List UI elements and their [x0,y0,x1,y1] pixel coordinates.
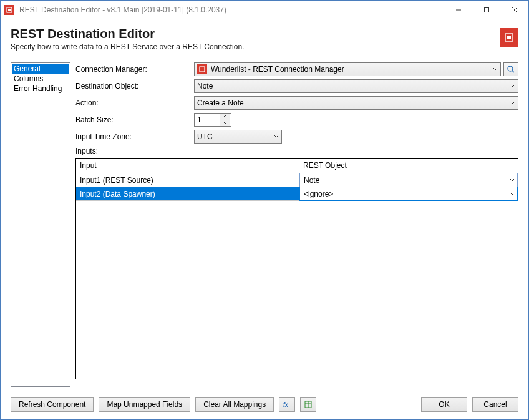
chevron-down-icon [274,134,279,139]
documentation-button[interactable] [300,397,316,412]
connection-icon [197,64,207,74]
batch-size-label: Batch Size: [75,115,194,124]
input-tz-select[interactable]: UTC [194,130,282,144]
page-subtitle: Specify how to write data to a REST Serv… [11,42,500,51]
connection-manager-select[interactable]: Wunderlist - REST Connection Manager [194,62,501,76]
grid-col-rest-object[interactable]: REST Object [299,159,518,173]
destination-object-value: Note [197,82,213,90]
chevron-down-icon [493,67,498,72]
destination-object-label: Destination Object: [75,82,194,90]
fx-icon: fx [283,400,291,409]
action-select[interactable]: Create a Note [194,96,518,110]
map-unmapped-fields-button[interactable]: Map Unmapped Fields [99,397,190,412]
ok-button[interactable]: OK [421,397,467,412]
svg-text:fx: fx [283,401,289,408]
svg-rect-1 [8,9,11,11]
clear-all-mappings-button[interactable]: Clear All Mappings [195,397,274,412]
browse-connection-button[interactable] [503,62,518,76]
spinner-up-button[interactable] [220,114,230,120]
batch-size-spinner[interactable] [194,113,231,127]
nav-item-columns[interactable]: Columns [12,74,69,84]
chevron-down-icon [510,192,515,197]
page-title: REST Destination Editor [11,27,500,41]
titlebar: REST Destination Editor - v8.1 Main [201… [1,1,528,19]
magnifier-icon [507,65,515,74]
grid-cell-input: Input2 (Data Spawner) [76,187,299,200]
close-button[interactable] [500,1,528,19]
svg-rect-8 [200,67,205,72]
grid-cell-rest-object-value: Note [304,176,319,185]
batch-size-input[interactable] [195,115,220,124]
app-icon [4,5,14,15]
spinner-down-button[interactable] [220,120,230,126]
window-title: REST Destination Editor - v8.1 Main [201… [19,6,226,14]
nav-item-general[interactable]: General [12,64,69,74]
grid-header: Input REST Object [76,159,518,173]
cancel-button[interactable]: Cancel [472,397,518,412]
refresh-component-button[interactable]: Refresh Component [11,397,94,412]
grid-col-input[interactable]: Input [76,159,299,173]
main-panel: Connection Manager: Wunderlist - REST Co… [75,62,518,387]
action-value: Create a Note [197,99,244,107]
grid-cell-rest-object-value: <ignore> [304,190,333,198]
grid-row[interactable]: Input1 (REST Source) Note [76,173,518,187]
table-icon [304,400,313,409]
destination-object-select[interactable]: Note [194,79,518,93]
grid-cell-rest-object-select[interactable]: <ignore> [299,187,518,201]
expression-button[interactable]: fx [279,397,295,412]
input-tz-value: UTC [197,132,213,141]
chevron-down-icon [510,84,515,89]
chevron-down-icon [510,178,515,183]
svg-line-10 [512,71,514,72]
nav-item-error-handling[interactable]: Error Handling [12,84,69,94]
minimize-button[interactable] [444,1,472,19]
action-label: Action: [75,99,194,107]
component-icon [500,28,518,47]
connection-manager-label: Connection Manager: [75,65,194,74]
svg-rect-7 [507,36,511,39]
chevron-down-icon [510,100,515,105]
svg-point-9 [508,66,513,71]
grid-cell-rest-object-select[interactable]: Note [299,173,518,187]
grid-cell-input: Input1 (REST Source) [76,173,299,187]
window: REST Destination Editor - v8.1 Main [201… [0,0,529,420]
nav-panel: General Columns Error Handling [11,62,70,387]
footer: Refresh Component Map Unmapped Fields Cl… [11,397,518,412]
maximize-button[interactable] [472,1,500,19]
content: REST Destination Editor Specify how to w… [1,19,528,393]
svg-rect-3 [484,8,488,12]
inputs-label: Inputs: [75,147,518,155]
input-tz-label: Input Time Zone: [75,132,194,141]
connection-manager-value: Wunderlist - REST Connection Manager [211,65,344,74]
inputs-grid: Input REST Object Input1 (REST Source) N… [75,158,518,379]
grid-row[interactable]: Input2 (Data Spawner) <ignore> [76,187,518,201]
